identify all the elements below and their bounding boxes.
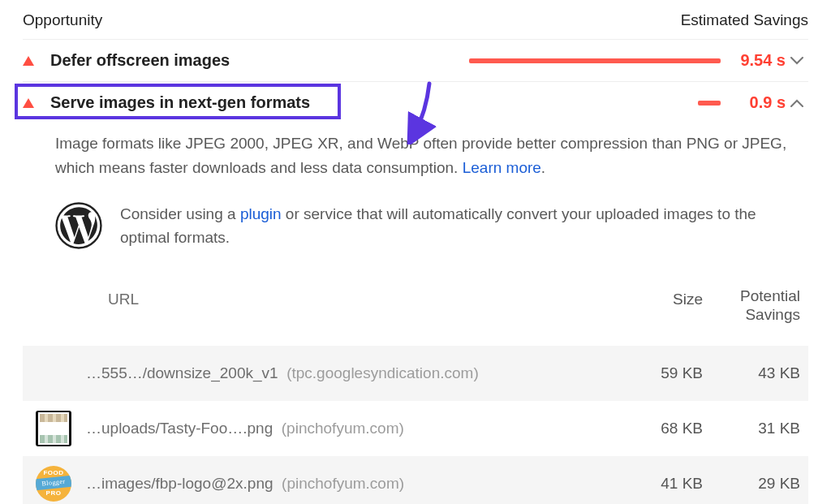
- platform-tip-text: Consider using a plugin or service that …: [120, 202, 808, 250]
- wordpress-icon: [55, 202, 102, 256]
- table-row: …555…/downsize_200k_v1 (tpc.googlesyndic…: [23, 346, 808, 401]
- table-head: URL Size Potential Savings: [23, 281, 808, 346]
- savings-bar-wrap: [310, 101, 729, 106]
- cell-savings: 43 KB: [703, 361, 800, 386]
- savings-bar-wrap: [230, 58, 729, 63]
- table-header: Opportunity Estimated Savings: [23, 8, 808, 39]
- table-row: …uploads/Tasty-Foo….png (pinchofyum.com)…: [23, 401, 808, 456]
- savings-bar: [469, 58, 721, 63]
- col-opportunity: Opportunity: [23, 11, 102, 29]
- opportunity-row[interactable]: Defer offscreen images 9.54 s: [23, 39, 808, 81]
- images-table: URL Size Potential Savings …555…/downsiz…: [23, 281, 808, 504]
- plugin-link[interactable]: plugin: [240, 205, 282, 222]
- thumbnail[interactable]: [36, 411, 71, 446]
- col-estimated-savings: Estimated Savings: [681, 11, 808, 29]
- cell-url[interactable]: …uploads/Tasty-Foo….png (pinchofyum.com): [86, 416, 622, 441]
- opportunity-row[interactable]: Serve images in next-gen formats 0.9 s: [23, 81, 808, 123]
- opportunity-title: Serve images in next-gen formats: [50, 93, 310, 112]
- savings-value: 0.9 s: [729, 93, 786, 112]
- chevron-up-icon[interactable]: [786, 93, 808, 111]
- cell-size: 68 KB: [622, 416, 703, 441]
- cell-size: 59 KB: [622, 361, 703, 386]
- opportunity-title: Defer offscreen images: [50, 51, 230, 70]
- warning-triangle-icon: [23, 56, 34, 66]
- savings-bar: [698, 101, 721, 106]
- col-url: URL: [108, 287, 614, 325]
- platform-tip: Consider using a plugin or service that …: [55, 202, 808, 256]
- warning-triangle-icon: [23, 98, 34, 108]
- chevron-down-icon[interactable]: [786, 50, 808, 69]
- cell-url[interactable]: …images/fbp-logo@2x.png (pinchofyum.com): [86, 472, 622, 496]
- learn-more-link[interactable]: Learn more: [463, 159, 541, 176]
- cell-savings: 31 KB: [703, 416, 800, 441]
- cell-savings: 29 KB: [703, 472, 800, 496]
- col-potential-savings: Potential Savings: [703, 287, 800, 325]
- thumbnail[interactable]: FOOD Blogger PRO: [36, 466, 71, 502]
- cell-size: 41 KB: [622, 472, 703, 496]
- table-row: FOOD Blogger PRO …images/fbp-logo@2x.png…: [23, 456, 808, 504]
- opportunity-detail: Image formats like JPEG 2000, JPEG XR, a…: [23, 123, 808, 504]
- cell-url[interactable]: …555…/downsize_200k_v1 (tpc.googlesyndic…: [86, 361, 622, 386]
- col-size: Size: [614, 287, 703, 325]
- savings-value: 9.54 s: [729, 51, 786, 70]
- description-text: Image formats like JPEG 2000, JPEG XR, a…: [55, 135, 786, 176]
